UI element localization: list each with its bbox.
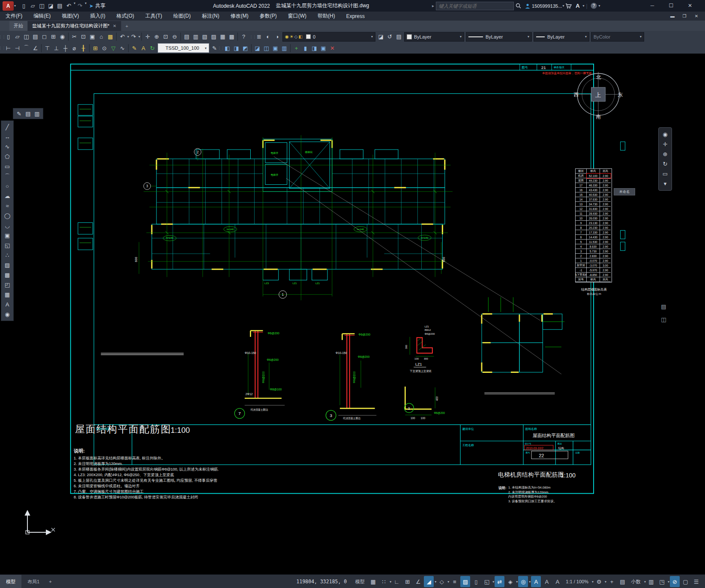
tssd-col-add-icon[interactable]: + (292, 44, 301, 53)
qat-redo-icon[interactable]: ↷ (75, 1, 84, 10)
dynamic-ucs-icon[interactable]: ⇄ (495, 576, 504, 587)
layer-walk-icon[interactable]: ▤ (394, 32, 403, 41)
tssd-beam-1-icon[interactable]: ◪ (253, 44, 262, 53)
zoom-previous-icon[interactable]: ⊖ (170, 32, 179, 41)
layer-isolate-icon[interactable]: ◑ (273, 32, 282, 41)
layer-edit-icon[interactable]: ✎ (15, 109, 24, 118)
xline-icon[interactable]: ↔ (2, 132, 12, 142)
mtext-icon[interactable]: A (2, 300, 12, 309)
annotation-autoscale-icon[interactable]: A (542, 576, 552, 587)
point-style-icon[interactable]: ◉ (2, 309, 12, 319)
search-input[interactable] (436, 2, 514, 10)
block-editor-icon[interactable]: ▩ (106, 32, 115, 41)
tssd-toolbar-grip[interactable]: ⋮⋮ (0, 46, 4, 50)
hatch-icon[interactable]: ▨ (2, 260, 12, 270)
sheet-set-manager-icon[interactable]: ▨ (209, 32, 218, 41)
menu-p[interactable]: 参数(P) (254, 12, 282, 21)
window-close-button[interactable]: ✕ (681, 0, 699, 11)
menu-n[interactable]: 标注(N) (196, 12, 225, 21)
linetype-combo[interactable]: ByLayer ▾ (466, 32, 532, 42)
polar-tracking-caret-icon[interactable]: ▾ (435, 580, 436, 584)
layer-previous-icon[interactable]: ↺ (385, 32, 394, 41)
region-icon[interactable]: ◰ (2, 280, 12, 290)
menu-d[interactable]: 绘图(D) (168, 12, 196, 21)
tab-start[interactable]: 开始 (9, 21, 28, 31)
qat-undo-icon[interactable]: ↶ (64, 1, 73, 10)
osnap-3d-icon[interactable]: ◈ (505, 576, 515, 587)
doc-close-button[interactable]: ✕ (690, 12, 702, 21)
layer-states-icon[interactable]: ◐ (264, 32, 273, 41)
app-menu-caret-icon[interactable]: ▾ (14, 4, 16, 8)
menu-v[interactable]: 视图(V) (56, 12, 84, 21)
transparency-icon[interactable]: ▨ (460, 576, 470, 587)
publish-icon[interactable]: ⊞ (49, 32, 58, 41)
insert-block-icon[interactable]: ▣ (2, 231, 12, 240)
menu-f[interactable]: 文件(F) (0, 12, 28, 21)
redo-caret-icon[interactable]: ▾ (85, 1, 87, 10)
ortho-mode-icon[interactable]: ∠ (413, 576, 423, 587)
doc-restore-button[interactable]: ❐ (678, 12, 690, 21)
help-icon[interactable]: ? (239, 32, 248, 41)
object-snap-caret-icon[interactable]: ▾ (529, 580, 531, 584)
open-icon[interactable]: ▱ (13, 32, 22, 41)
help-icon[interactable]: ? (589, 1, 598, 10)
doc-minimize-button[interactable]: ▬ (666, 12, 678, 21)
help-caret-icon[interactable]: ▾ (599, 4, 600, 8)
qsave-icon[interactable]: ◫ (22, 32, 31, 41)
copy-clip-icon[interactable]: ⊡ (79, 32, 88, 41)
tssd-dim-base-icon[interactable]: ⊥ (52, 44, 61, 53)
window-maximize-button[interactable]: ☐ (662, 0, 681, 11)
lineweight-combo[interactable]: ByLayer ▾ (534, 32, 589, 42)
share-button[interactable]: ➤ 共享 (89, 2, 105, 9)
plot-icon[interactable]: ▤ (31, 32, 40, 41)
dropdown-caret-icon[interactable]: ▾ (138, 35, 140, 39)
tool-palettes-icon[interactable]: ▧ (200, 32, 209, 41)
cut-clip-icon[interactable]: ✂ (70, 32, 79, 41)
grid-display-icon[interactable]: ▦ (368, 576, 378, 587)
match-properties-icon[interactable]: ⌂ (97, 32, 106, 41)
tssd-dim-quick-icon[interactable]: ┼ (61, 44, 70, 53)
pan-hand-icon[interactable]: ✛ (660, 139, 670, 149)
properties-palette-icon[interactable]: ▤ (182, 32, 191, 41)
layer-toolbar-grip[interactable]: ⋮⋮ (251, 35, 255, 39)
tssd-axis-circle-icon[interactable]: ⊙ (100, 44, 109, 53)
annotation-visibility-icon[interactable]: A (531, 576, 541, 587)
annotation-scale-caret-icon[interactable]: ▾ (592, 580, 594, 584)
tssd-dim-adjust-icon[interactable]: ╂ (79, 44, 88, 53)
tssd-del-icon[interactable]: ✕ (328, 44, 337, 53)
zoom-window-icon[interactable]: ⊡ (161, 32, 170, 41)
gradient-icon[interactable]: ▩ (2, 270, 12, 280)
menu-express[interactable]: Express (341, 12, 370, 21)
lock-ui-caret-icon[interactable]: ▾ (668, 580, 669, 584)
autocad-logo[interactable]: A (3, 1, 14, 11)
layer-match-icon[interactable]: ▤ (24, 109, 33, 118)
coordinates-readout[interactable]: 119804, 332185, 0 (291, 579, 352, 585)
menu-e[interactable]: 编辑(E) (28, 12, 56, 21)
point-icon[interactable]: ∴ (2, 250, 12, 260)
tssd-dim-h-icon[interactable]: ⊢ (4, 44, 13, 53)
tssd-text-a-icon[interactable]: A (139, 44, 148, 53)
customization-icon[interactable]: ☰ (691, 576, 701, 587)
osnap-3d-caret-icon[interactable]: ▾ (516, 580, 518, 584)
zoom-realtime-icon[interactable]: ⊕ (152, 32, 161, 41)
toolbar-grip[interactable]: ⋮⋮ (0, 35, 4, 39)
menu-h[interactable]: 帮助(H) (312, 12, 341, 21)
unnamed-view-tag[interactable]: 未命名 (614, 188, 635, 195)
full-nav-wheel-icon[interactable]: ◉ (660, 129, 670, 139)
object-isolate-icon[interactable]: ▥ (646, 576, 656, 587)
layout1-tab[interactable]: 布局1 (21, 575, 45, 588)
tab-document[interactable]: 盐城某十九层剪力墙住宅结构设计图* ✕ (28, 21, 121, 31)
tssd-dim-angle-icon[interactable]: ∠ (31, 44, 40, 53)
tssd-side-b-icon[interactable]: ◫ (659, 315, 668, 324)
qat-plot-icon[interactable]: ▤ (55, 1, 64, 10)
selection-cycling-icon[interactable]: ▯ (471, 576, 481, 587)
menu-m[interactable]: 修改(M) (225, 12, 254, 21)
model-tab[interactable]: 模型 (0, 575, 21, 588)
circle-icon[interactable]: ○ (2, 181, 12, 191)
polyline-icon[interactable]: ∿ (2, 142, 12, 152)
design-center-icon[interactable]: ▥ (191, 32, 200, 41)
menu-o[interactable]: 格式(O) (111, 12, 140, 21)
paste-clip-icon[interactable]: ▣ (88, 32, 97, 41)
tssd-col-3-icon[interactable]: ▣ (319, 44, 328, 53)
isometric-drafting-caret-icon[interactable]: ▾ (447, 580, 449, 584)
